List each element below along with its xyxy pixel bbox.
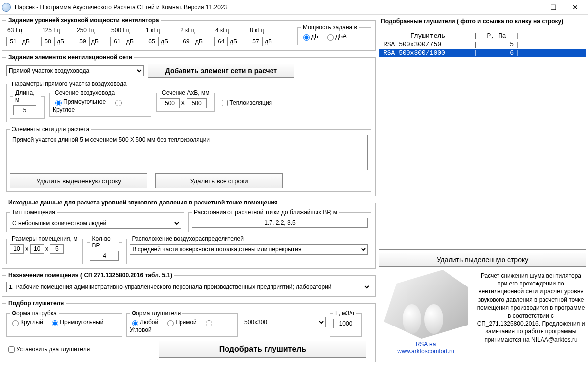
- vr-qty-input[interactable]: [90, 251, 119, 261]
- dim-a-input[interactable]: [160, 98, 180, 108]
- duct-params-group: Параметры прямого участка воздуховода Дл…: [6, 81, 371, 122]
- list-item[interactable]: Прямой участок длиной 5 м сечением 500 Х…: [12, 136, 365, 143]
- fan-power-legend: Задание уровней звуковой мощности вентил…: [6, 17, 161, 24]
- power-unit-group: Мощность задана в дБ дБА: [297, 24, 371, 45]
- silencer-image: [384, 270, 468, 339]
- flow-input[interactable]: [333, 319, 358, 328]
- network-group: Задание элементов вентиляционной сети Пр…: [2, 54, 376, 196]
- rsa-link[interactable]: RSA на: [416, 341, 436, 348]
- room-type-select[interactable]: С небольшим количеством людей: [10, 218, 181, 229]
- arktos-link[interactable]: www.arktoscomfort.ru: [397, 348, 454, 355]
- shape-any-radio[interactable]: Любой: [130, 319, 158, 326]
- freq-input-63[interactable]: [6, 37, 20, 46]
- purpose-group: Назначение помещения ( СП 271.1325800.20…: [2, 272, 376, 297]
- titlebar: Парсек - Программа Акустического Расчета…: [0, 0, 588, 15]
- shape-straight-radio[interactable]: Прямой: [165, 319, 196, 326]
- freq-input-4k[interactable]: [214, 37, 228, 46]
- freq-input-125[interactable]: [41, 37, 55, 46]
- maximize-button[interactable]: ☐: [543, 0, 564, 14]
- power-dba-radio[interactable]: дБА: [325, 33, 347, 40]
- room-data-group: Исходные данные для расчета уровней звук…: [2, 199, 376, 269]
- silencer-select-group: Подбор глушителя Форма патрубка Круглый …: [2, 300, 376, 362]
- room-dim-b[interactable]: [30, 244, 44, 254]
- fan-power-group: Задание уровней звуковой мощности вентил…: [2, 17, 376, 51]
- minimize-button[interactable]: —: [521, 0, 543, 14]
- window-title: Парсек - Программа Акустического Расчета…: [15, 4, 521, 11]
- room-dim-a[interactable]: [10, 244, 24, 254]
- vr-location-select[interactable]: В средней части поверхности потолка,стен…: [130, 244, 368, 255]
- info-text: Расчет снижения шума вентилятора при его…: [476, 270, 586, 355]
- pick-silencer-button[interactable]: Подобрать глушитель: [159, 341, 366, 358]
- delete-row-button[interactable]: Удалить выделенную строку: [10, 173, 147, 188]
- size-select[interactable]: 500x300: [242, 317, 326, 327]
- freq-input-2k[interactable]: [180, 37, 193, 46]
- two-silencers-checkbox[interactable]: Установить два глушителя: [6, 345, 155, 354]
- insulation-checkbox[interactable]: Теплоизоляция: [220, 99, 272, 106]
- delete-all-button[interactable]: Удалить все строки: [155, 173, 283, 188]
- table-row[interactable]: RSA 500x300/750|5 |: [379, 41, 586, 49]
- nozzle-round-radio[interactable]: Круглый: [10, 319, 43, 326]
- dim-b-input[interactable]: [187, 98, 207, 108]
- length-input[interactable]: [13, 105, 36, 115]
- table-header: Глушитель | Р, Па |: [379, 31, 586, 41]
- table-row[interactable]: RSA 500x300/1000|6 |: [379, 49, 586, 57]
- freq-input-1k[interactable]: [145, 37, 159, 46]
- freq-input-250[interactable]: [76, 37, 90, 46]
- element-select[interactable]: Прямой участок воздуховода: [6, 65, 144, 76]
- room-dim-c[interactable]: [50, 244, 64, 254]
- delete-picked-button[interactable]: Удалить выделенную строку: [379, 253, 586, 267]
- power-db-radio[interactable]: дБ: [301, 33, 318, 40]
- app-icon: [2, 3, 11, 12]
- elements-list-group: Элементы сети для расчета Прямой участок…: [6, 126, 371, 192]
- distances-input[interactable]: [192, 218, 368, 228]
- freq-input-500[interactable]: [110, 37, 124, 46]
- purpose-select[interactable]: 1. Рабочие помещения административно-упр…: [6, 282, 371, 292]
- picked-table[interactable]: Глушитель | Р, Па | RSA 500x300/750|5 | …: [379, 31, 586, 250]
- freq-col-63: 63 Гц дБ: [6, 27, 39, 46]
- close-button[interactable]: ✕: [564, 0, 586, 14]
- add-element-button[interactable]: Добавить элемент сети в расчет: [148, 64, 294, 78]
- elements-listbox[interactable]: Прямой участок длиной 5 м сечением 500 Х…: [10, 135, 368, 170]
- section-rect-radio[interactable]: Прямоугольное: [53, 98, 106, 105]
- picked-legend: Подобранные глушители ( фото и ссылка по…: [379, 17, 586, 28]
- freq-input-8k[interactable]: [249, 37, 263, 46]
- nozzle-rect-radio[interactable]: Прямоугольный: [49, 319, 103, 326]
